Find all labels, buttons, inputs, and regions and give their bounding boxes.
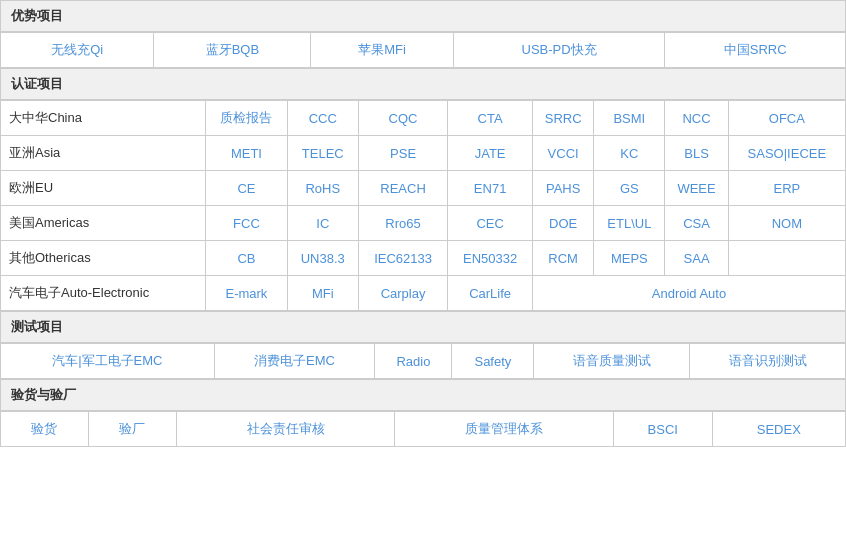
cert-oth-4[interactable]: EN50332 bbox=[448, 241, 533, 276]
cert-eu-3[interactable]: REACH bbox=[358, 171, 447, 206]
advantages-row: 无线充Qi 蓝牙BQB 苹果MFi USB-PD快充 中国SRRC bbox=[1, 33, 846, 68]
test-item-5[interactable]: 语音质量测试 bbox=[534, 344, 690, 379]
insp-item-2[interactable]: 验厂 bbox=[88, 412, 176, 447]
cert-row-other: 其他Othericas CB UN38.3 IEC62133 EN50332 R… bbox=[1, 241, 846, 276]
cert-oth-7[interactable]: SAA bbox=[665, 241, 728, 276]
insp-item-4[interactable]: 质量管理体系 bbox=[395, 412, 614, 447]
certification-table: 大中华China 质检报告 CCC CQC CTA SRRC BSMI NCC … bbox=[0, 100, 846, 311]
adv-item-3[interactable]: 苹果MFi bbox=[311, 33, 453, 68]
cert-row-auto: 汽车电子Auto-Electronic E-mark MFi Carplay C… bbox=[1, 276, 846, 311]
cert-asia-7[interactable]: BLS bbox=[665, 136, 728, 171]
testing-table: 汽车|军工电子EMC 消费电子EMC Radio Safety 语音质量测试 语… bbox=[0, 343, 846, 379]
cert-china-8[interactable]: OFCA bbox=[728, 101, 845, 136]
cert-eu-6[interactable]: GS bbox=[594, 171, 665, 206]
cert-oth-1[interactable]: CB bbox=[206, 241, 288, 276]
adv-item-4[interactable]: USB-PD快充 bbox=[453, 33, 664, 68]
cert-label-eu: 欧洲EU bbox=[1, 171, 206, 206]
inspection-row: 验货 验厂 社会责任审核 质量管理体系 BSCI SEDEX bbox=[1, 412, 846, 447]
insp-item-6[interactable]: SEDEX bbox=[712, 412, 845, 447]
cert-row-americas: 美国Americas FCC IC Rro65 CEC DOE ETL\UL C… bbox=[1, 206, 846, 241]
test-item-2[interactable]: 消费电子EMC bbox=[214, 344, 375, 379]
adv-item-1[interactable]: 无线充Qi bbox=[1, 33, 154, 68]
cert-asia-3[interactable]: PSE bbox=[358, 136, 447, 171]
cert-auto-4[interactable]: CarLife bbox=[448, 276, 533, 311]
cert-am-1[interactable]: FCC bbox=[206, 206, 288, 241]
cert-label-china: 大中华China bbox=[1, 101, 206, 136]
advantages-header: 优势项目 bbox=[0, 0, 846, 32]
cert-china-3[interactable]: CQC bbox=[358, 101, 447, 136]
insp-item-5[interactable]: BSCI bbox=[613, 412, 712, 447]
cert-row-eu: 欧洲EU CE RoHS REACH EN71 PAHS GS WEEE ERP bbox=[1, 171, 846, 206]
test-item-1[interactable]: 汽车|军工电子EMC bbox=[1, 344, 215, 379]
certification-title: 认证项目 bbox=[11, 76, 63, 91]
testing-header: 测试项目 bbox=[0, 311, 846, 343]
cert-row-china: 大中华China 质检报告 CCC CQC CTA SRRC BSMI NCC … bbox=[1, 101, 846, 136]
inspection-header: 验货与验厂 bbox=[0, 379, 846, 411]
cert-eu-8[interactable]: ERP bbox=[728, 171, 845, 206]
testing-title: 测试项目 bbox=[11, 319, 63, 334]
cert-china-1[interactable]: 质检报告 bbox=[206, 101, 288, 136]
cert-eu-1[interactable]: CE bbox=[206, 171, 288, 206]
cert-auto-5[interactable]: Android Auto bbox=[532, 276, 845, 311]
cert-oth-5[interactable]: RCM bbox=[532, 241, 593, 276]
cert-asia-5[interactable]: VCCI bbox=[532, 136, 593, 171]
certification-section: 认证项目 大中华China 质检报告 CCC CQC CTA SRRC BSMI… bbox=[0, 68, 846, 311]
cert-eu-4[interactable]: EN71 bbox=[448, 171, 533, 206]
inspection-table: 验货 验厂 社会责任审核 质量管理体系 BSCI SEDEX bbox=[0, 411, 846, 447]
cert-row-asia: 亚洲Asia METI TELEC PSE JATE VCCI KC BLS S… bbox=[1, 136, 846, 171]
cert-china-5[interactable]: SRRC bbox=[532, 101, 593, 136]
cert-am-5[interactable]: DOE bbox=[532, 206, 593, 241]
cert-am-4[interactable]: CEC bbox=[448, 206, 533, 241]
test-item-4[interactable]: Safety bbox=[452, 344, 534, 379]
cert-oth-8 bbox=[728, 241, 845, 276]
adv-item-2[interactable]: 蓝牙BQB bbox=[154, 33, 311, 68]
cert-am-7[interactable]: CSA bbox=[665, 206, 728, 241]
cert-china-6[interactable]: BSMI bbox=[594, 101, 665, 136]
advantages-section: 优势项目 无线充Qi 蓝牙BQB 苹果MFi USB-PD快充 中国SRRC bbox=[0, 0, 846, 68]
cert-oth-3[interactable]: IEC62133 bbox=[358, 241, 447, 276]
adv-item-5[interactable]: 中国SRRC bbox=[665, 33, 846, 68]
cert-oth-2[interactable]: UN38.3 bbox=[287, 241, 358, 276]
certification-header: 认证项目 bbox=[0, 68, 846, 100]
cert-eu-5[interactable]: PAHS bbox=[532, 171, 593, 206]
cert-asia-8[interactable]: SASO|IECEE bbox=[728, 136, 845, 171]
cert-am-3[interactable]: Rro65 bbox=[358, 206, 447, 241]
cert-label-americas: 美国Americas bbox=[1, 206, 206, 241]
cert-auto-1[interactable]: E-mark bbox=[206, 276, 288, 311]
inspection-section: 验货与验厂 验货 验厂 社会责任审核 质量管理体系 BSCI SEDEX bbox=[0, 379, 846, 447]
cert-label-other: 其他Othericas bbox=[1, 241, 206, 276]
cert-china-2[interactable]: CCC bbox=[287, 101, 358, 136]
cert-am-6[interactable]: ETL\UL bbox=[594, 206, 665, 241]
cert-asia-1[interactable]: METI bbox=[206, 136, 288, 171]
testing-section: 测试项目 汽车|军工电子EMC 消费电子EMC Radio Safety 语音质… bbox=[0, 311, 846, 379]
cert-eu-2[interactable]: RoHS bbox=[287, 171, 358, 206]
cert-asia-6[interactable]: KC bbox=[594, 136, 665, 171]
testing-row: 汽车|军工电子EMC 消费电子EMC Radio Safety 语音质量测试 语… bbox=[1, 344, 846, 379]
cert-auto-2[interactable]: MFi bbox=[287, 276, 358, 311]
cert-eu-7[interactable]: WEEE bbox=[665, 171, 728, 206]
cert-am-2[interactable]: IC bbox=[287, 206, 358, 241]
cert-am-8[interactable]: NOM bbox=[728, 206, 845, 241]
test-item-6[interactable]: 语音识别测试 bbox=[690, 344, 846, 379]
cert-auto-3[interactable]: Carplay bbox=[358, 276, 447, 311]
inspection-title: 验货与验厂 bbox=[11, 387, 76, 402]
cert-label-auto: 汽车电子Auto-Electronic bbox=[1, 276, 206, 311]
insp-item-3[interactable]: 社会责任审核 bbox=[176, 412, 395, 447]
cert-china-4[interactable]: CTA bbox=[448, 101, 533, 136]
cert-asia-4[interactable]: JATE bbox=[448, 136, 533, 171]
insp-item-1[interactable]: 验货 bbox=[1, 412, 89, 447]
cert-oth-6[interactable]: MEPS bbox=[594, 241, 665, 276]
cert-china-7[interactable]: NCC bbox=[665, 101, 728, 136]
test-item-3[interactable]: Radio bbox=[375, 344, 452, 379]
cert-asia-2[interactable]: TELEC bbox=[287, 136, 358, 171]
advantages-title: 优势项目 bbox=[11, 8, 63, 23]
advantages-table: 无线充Qi 蓝牙BQB 苹果MFi USB-PD快充 中国SRRC bbox=[0, 32, 846, 68]
cert-label-asia: 亚洲Asia bbox=[1, 136, 206, 171]
